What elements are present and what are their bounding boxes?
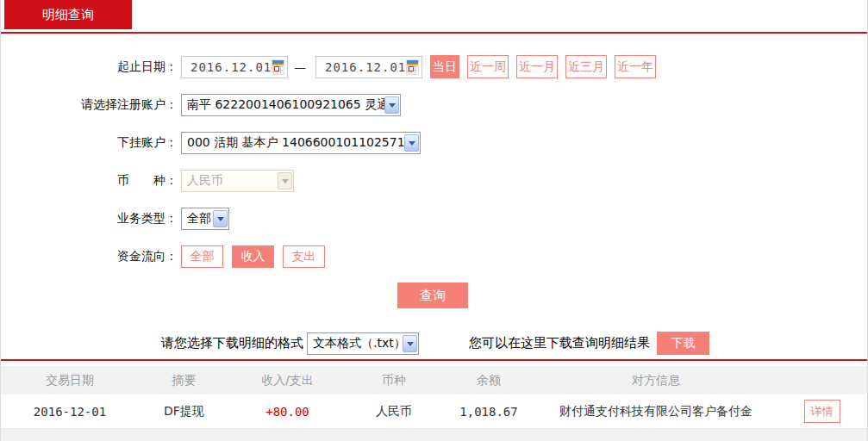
query-button[interactable]: 查询 — [397, 283, 468, 308]
sub-account-label: 下挂账户： — [1, 135, 178, 151]
currency-row: 币 种： 人民币 — [1, 169, 867, 192]
table-header-row: 交易日期 摘要 收入/支出 币种 余额 对方信息 — [1, 366, 867, 394]
date-separator: — — [294, 60, 306, 74]
register-account-label: 请选择注册账户： — [1, 97, 178, 113]
download-button[interactable]: 下载 — [657, 332, 709, 355]
currency-value: 人民币 — [187, 173, 223, 189]
sub-account-value: 000 活期 基本户 1406600101102571848 — [187, 135, 404, 151]
quick-range-today-button[interactable]: 当日 — [430, 55, 459, 78]
calendar-today-mark — [274, 66, 279, 71]
end-date-input[interactable]: 2016.12.01 — [315, 56, 422, 78]
chevron-down-icon — [403, 335, 417, 352]
detail-button[interactable]: 详情 — [804, 400, 840, 423]
cell-currency: 人民币 — [346, 404, 442, 419]
calendar-today-mark — [409, 66, 414, 71]
table-footer-strip — [1, 429, 867, 441]
download-format-value: 文本格式（.txt） — [313, 336, 403, 351]
quick-range-year-button[interactable]: 近一年 — [615, 55, 656, 78]
cell-summary: DF提现 — [139, 404, 229, 419]
calendar-header — [407, 60, 418, 65]
fund-flow-all-button[interactable]: 全部 — [181, 245, 223, 268]
header-transaction-date: 交易日期 — [1, 373, 139, 388]
start-date-value: 2016.12.01 — [190, 60, 272, 74]
fund-flow-label: 资金流向： — [1, 249, 178, 264]
cell-balance: 1,018.67 — [442, 405, 535, 419]
table-row: 2016-12-01 DF提现 +80.00 人民币 1,018.67 财付通支… — [1, 394, 867, 429]
detail-query-page: 明细查询 起止日期： 2016.12.01 — 2016.12.01 — [0, 0, 868, 441]
chevron-down-icon — [404, 134, 419, 152]
calendar-icon[interactable] — [406, 59, 419, 75]
business-type-select[interactable]: 全部 — [181, 208, 229, 230]
download-row: 请您选择下载明细的格式 文本格式（.txt） 您可以在这里下载查询明细结果 下载 — [1, 332, 867, 355]
end-date-value: 2016.12.01 — [325, 60, 406, 74]
chevron-down-icon — [278, 172, 292, 189]
cell-actions: 详情 — [777, 400, 867, 423]
query-button-row: 查询 — [1, 283, 867, 308]
transactions-table: 交易日期 摘要 收入/支出 币种 余额 对方信息 2016-12-01 DF提现… — [1, 366, 867, 441]
register-account-row: 请选择注册账户： 南平 6222001406100921065 灵通卡 — [1, 93, 867, 116]
chevron-down-icon — [213, 210, 228, 227]
cell-amount: +80.00 — [229, 405, 346, 419]
start-date-input[interactable]: 2016.12.01 — [181, 56, 288, 78]
date-range-label: 起止日期： — [1, 59, 178, 75]
date-range-row: 起止日期： 2016.12.01 — 2016.12.01 当日 近一周 — [1, 55, 867, 78]
header-summary: 摘要 — [139, 373, 229, 388]
table-top-divider — [1, 359, 867, 361]
register-account-value: 南平 6222001406100921065 灵通卡 — [187, 97, 384, 113]
header-counterparty: 对方信息 — [535, 373, 777, 388]
quick-range-week-button[interactable]: 近一周 — [467, 55, 509, 78]
download-hint-text: 您可以在这里下载查询明细结果 — [469, 335, 650, 351]
register-account-select[interactable]: 南平 6222001406100921065 灵通卡 — [181, 94, 401, 116]
download-format-select[interactable]: 文本格式（.txt） — [307, 332, 419, 355]
calendar-header — [272, 60, 284, 65]
header-balance: 余额 — [442, 373, 535, 388]
fund-flow-expense-button[interactable]: 支出 — [283, 245, 325, 268]
header-currency: 币种 — [346, 373, 442, 388]
quick-range-quarter-button[interactable]: 近三月 — [565, 55, 607, 78]
sub-account-row: 下挂账户： 000 活期 基本户 1406600101102571848 — [1, 131, 867, 154]
currency-select: 人民币 — [181, 170, 294, 192]
currency-label: 币 种： — [1, 173, 178, 189]
download-format-label: 请您选择下载明细的格式 — [161, 335, 303, 351]
calendar-icon[interactable] — [272, 59, 284, 75]
tab-underline — [1, 32, 867, 34]
business-type-row: 业务类型： 全部 — [1, 207, 867, 230]
tab-detail-query[interactable]: 明细查询 — [4, 0, 132, 29]
fund-flow-row: 资金流向： 全部 收入 支出 — [1, 245, 867, 268]
sub-account-select[interactable]: 000 活期 基本户 1406600101102571848 — [181, 132, 421, 154]
cell-counterparty: 财付通支付科技有限公司客户备付金 — [535, 404, 777, 419]
quick-range-month-button[interactable]: 近一月 — [516, 55, 558, 78]
header-income-expense: 收入/支出 — [229, 373, 346, 388]
business-type-label: 业务类型： — [1, 211, 178, 227]
cell-transaction-date: 2016-12-01 — [1, 405, 139, 419]
chevron-down-icon — [384, 96, 399, 114]
query-form: 起止日期： 2016.12.01 — 2016.12.01 当日 近一周 — [1, 55, 867, 355]
business-type-value: 全部 — [187, 211, 211, 227]
fund-flow-income-button[interactable]: 收入 — [232, 245, 274, 268]
